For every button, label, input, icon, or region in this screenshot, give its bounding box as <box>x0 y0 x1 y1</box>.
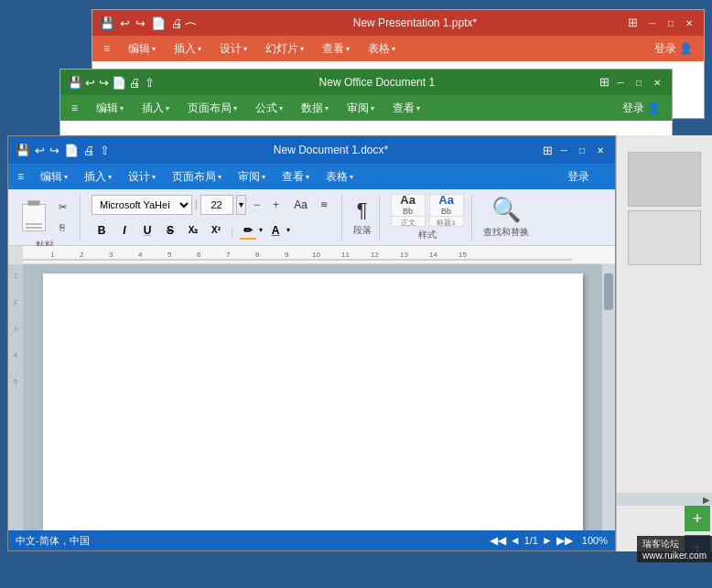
wps-menu-pagelayout[interactable]: 页面布局 ▾ <box>184 99 241 118</box>
ppt-menu-edit[interactable]: 编辑 ▾ <box>124 39 159 59</box>
wps-menu-view[interactable]: 查看 ▾ <box>389 99 424 118</box>
font-size-dropdown[interactable]: ▾ <box>236 195 246 215</box>
text-effect-btn[interactable]: ≋ <box>314 196 334 214</box>
ppt-menu-hamburger[interactable]: ≡ <box>100 40 113 57</box>
word-restore-btn[interactable]: □ <box>575 143 589 157</box>
word-menu-hamburger[interactable]: ≡ <box>14 168 27 185</box>
style-normal[interactable]: Aa Bb 正文 <box>391 194 426 227</box>
ppt-titlebar: 💾 ↩ ↪ 📄 🖨 ⟨ New Presentation 1.pptx* ⊞ ─… <box>92 10 704 36</box>
word-menu-review[interactable]: 审阅 ▾ <box>234 167 269 187</box>
wps-menu-login[interactable]: 登录 👤 <box>619 99 664 118</box>
subscript-button[interactable]: X₂ <box>183 220 203 241</box>
wps-menu-review[interactable]: 审阅 ▾ <box>343 99 378 118</box>
scroll-right-btn[interactable]: ▶ <box>703 495 710 505</box>
nav-next-btn[interactable]: ► <box>542 534 553 547</box>
wps-new-icon[interactable]: 📄 <box>112 76 126 90</box>
wps-menu-formula[interactable]: 公式 ▾ <box>252 99 286 118</box>
ppt-menu-design[interactable]: 设计 ▾ <box>216 39 251 59</box>
font-size-input[interactable] <box>200 195 233 215</box>
paste-button[interactable] <box>17 195 50 235</box>
ppt-save-icon[interactable]: 💾 <box>100 16 114 30</box>
ppt-menu-login[interactable]: 登录 👤 <box>651 39 696 59</box>
document-page[interactable] <box>43 273 583 530</box>
add-slide-btn[interactable]: + <box>685 506 710 531</box>
cut-button[interactable]: ✂ <box>52 198 72 217</box>
font-size-separator: | <box>195 199 198 209</box>
nav-prev-btn[interactable]: ◄ <box>510 534 521 547</box>
wps-share-icon[interactable]: ⇧ <box>145 76 155 90</box>
right-panel-thumb2 <box>628 210 701 265</box>
scroll-thumb[interactable] <box>604 273 613 310</box>
find-replace-btn[interactable]: 🔍 <box>491 196 521 224</box>
watermark-badge: 瑞客论坛 www.ruiker.com <box>637 536 712 562</box>
word-grid-icon[interactable]: ⊞ <box>543 144 553 157</box>
highlight-color-btn[interactable]: ✏ <box>238 220 258 241</box>
strikethrough-button[interactable]: S <box>160 220 180 241</box>
wps-redo-icon[interactable]: ↪ <box>99 76 109 90</box>
paragraph-mark-btn[interactable]: ¶ <box>357 198 368 222</box>
ppt-undo-icon[interactable]: ↩ <box>120 16 130 30</box>
word-menu-view[interactable]: 查看 ▾ <box>278 167 313 187</box>
wps-save-icon[interactable]: 💾 <box>68 76 82 90</box>
wps-grid-icon[interactable]: ⊞ <box>599 75 610 90</box>
scrollbar-vertical[interactable] <box>602 264 615 530</box>
ppt-menu-table[interactable]: 表格 ▾ <box>364 39 399 59</box>
ppt-redo-icon[interactable]: ↪ <box>135 16 146 30</box>
font-color-btn[interactable]: A <box>265 220 286 241</box>
svg-text:15: 15 <box>458 251 467 259</box>
word-menu-login[interactable]: 登录 👤 <box>564 167 610 187</box>
word-share-icon[interactable]: ⇧ <box>100 144 110 157</box>
ppt-share-icon[interactable]: ⟨ <box>184 21 198 26</box>
nav-last-btn[interactable]: ▶▶ <box>556 534 573 547</box>
font-color-dropdown[interactable]: ▾ <box>286 226 290 234</box>
clear-format-btn[interactable]: Aa <box>291 196 311 214</box>
superscript-button[interactable]: X² <box>206 220 226 241</box>
font-size-decrease-btn[interactable]: − <box>249 197 265 213</box>
wps-menu-edit[interactable]: 编辑 ▾ <box>92 99 127 118</box>
left-margin-ruler: 1 2 3 4 5 <box>8 264 23 530</box>
wps-print-icon[interactable]: 🖨 <box>129 76 141 90</box>
word-new-icon[interactable]: 📄 <box>64 144 79 157</box>
ppt-menu-view[interactable]: 查看 ▾ <box>318 39 353 59</box>
doc-scroll-area[interactable] <box>23 264 602 530</box>
svg-text:5: 5 <box>167 251 172 259</box>
watermark-line2: www.ruiker.com <box>642 551 707 561</box>
ppt-close-btn[interactable]: ✕ <box>682 16 696 30</box>
font-name-select[interactable]: Microsoft YaHei UI <box>92 195 192 215</box>
wps-menu-hamburger[interactable]: ≡ <box>68 100 81 116</box>
nav-first-btn[interactable]: ◀◀ <box>490 534 506 547</box>
italic-button[interactable]: I <box>114 220 135 241</box>
ppt-menu-insert[interactable]: 插入 ▾ <box>170 39 205 59</box>
toolbar-find-group: 🔍 查找和替换 <box>476 195 536 241</box>
wps-restore-btn[interactable]: □ <box>631 75 646 90</box>
ppt-menu-slides[interactable]: 幻灯片 ▾ <box>262 39 307 59</box>
font-size-increase-btn[interactable]: + <box>268 197 285 213</box>
ppt-restore-btn[interactable]: □ <box>663 16 678 30</box>
word-redo-icon[interactable]: ↪ <box>49 144 59 157</box>
word-menu-design[interactable]: 设计 ▾ <box>124 167 159 187</box>
font-selector-row: Microsoft YaHei UI | ▾ − + Aa ≋ <box>92 195 334 215</box>
word-close-btn[interactable]: ✕ <box>593 143 608 157</box>
bold-button[interactable]: B <box>92 220 112 241</box>
word-menu-insert[interactable]: 插入 ▾ <box>81 167 115 187</box>
wps-minimize-btn[interactable]: ─ <box>613 75 628 90</box>
ppt-grid-icon[interactable]: ⊞ <box>628 16 638 30</box>
word-menu-pagelayout[interactable]: 页面布局 ▾ <box>168 167 225 187</box>
wps-undo-icon[interactable]: ↩ <box>85 76 95 90</box>
underline-button[interactable]: U <box>137 220 157 241</box>
ppt-minimize-btn[interactable]: ─ <box>645 16 660 30</box>
highlight-dropdown[interactable]: ▾ <box>259 226 263 234</box>
wps-menu-insert[interactable]: 插入 ▾ <box>138 99 173 118</box>
word-undo-icon[interactable]: ↩ <box>35 144 45 157</box>
wps-menu-data[interactable]: 数据 ▾ <box>297 99 332 118</box>
ppt-new-icon[interactable]: 📄 <box>151 16 166 30</box>
ppt-print-icon[interactable]: 🖨 <box>171 16 183 30</box>
word-print-icon[interactable]: 🖨 <box>83 144 95 157</box>
copy-button[interactable]: ⎘ <box>52 219 72 237</box>
word-menu-table[interactable]: 表格 ▾ <box>322 167 357 187</box>
word-menu-edit[interactable]: 编辑 ▾ <box>37 167 71 187</box>
style-heading1[interactable]: Aa Bb 标题1 <box>429 194 464 227</box>
word-save-icon[interactable]: 💾 <box>16 144 30 157</box>
word-minimize-btn[interactable]: ─ <box>556 143 571 157</box>
wps-close-btn[interactable]: ✕ <box>650 75 664 90</box>
